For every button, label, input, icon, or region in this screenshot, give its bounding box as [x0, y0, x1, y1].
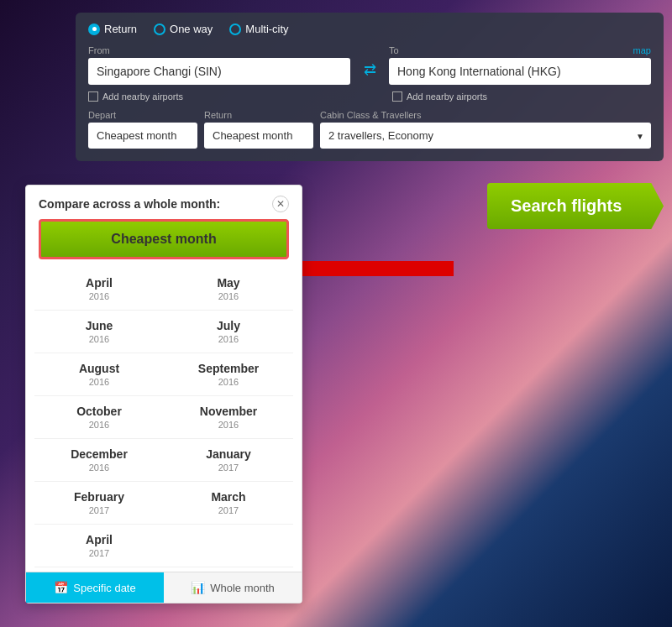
month-year: 2017: [168, 462, 289, 473]
month-name: June: [39, 319, 160, 332]
return-input[interactable]: Cheapest month: [204, 123, 313, 149]
tab-whole-month-label: Whole month: [210, 582, 275, 594]
list-item[interactable]: September 2016: [164, 353, 293, 396]
radio-return-label: Return: [104, 23, 137, 35]
to-label: To: [389, 45, 399, 55]
month-year: 2016: [168, 377, 289, 387]
radio-multicity[interactable]: Multi-city: [229, 23, 288, 35]
from-nearby-checkbox[interactable]: [88, 91, 98, 102]
return-label: Return: [204, 110, 313, 120]
depart-label: Depart: [88, 110, 197, 120]
month-name: July: [168, 319, 289, 332]
calendar-icon: 📅: [54, 581, 68, 594]
list-item[interactable]: May 2016: [164, 268, 293, 311]
checkbox-row: Add nearby airports Add nearby airports: [88, 91, 651, 102]
month-name: January: [168, 447, 289, 461]
list-item[interactable]: October 2016: [34, 396, 164, 439]
red-arrow-indicator: [277, 243, 462, 294]
month-year: 2016: [168, 291, 289, 301]
radio-oneway[interactable]: One way: [154, 23, 213, 35]
month-year: 2016: [168, 334, 289, 344]
month-name: February: [39, 490, 160, 504]
list-item[interactable]: July 2016: [164, 311, 293, 353]
radio-return[interactable]: Return: [88, 23, 137, 35]
list-item[interactable]: December 2016: [34, 439, 164, 482]
from-field-group: From: [88, 45, 350, 85]
month-year: 2017: [39, 548, 160, 558]
from-label: From: [88, 45, 350, 55]
cabin-select-wrap: 2 travellers, Economy: [320, 123, 651, 149]
list-item[interactable]: February 2017: [34, 482, 164, 525]
cabin-select[interactable]: 2 travellers, Economy: [320, 123, 651, 149]
cabin-label: Cabin Class & Travellers: [320, 110, 651, 120]
cabin-group: Cabin Class & Travellers 2 travellers, E…: [320, 110, 651, 149]
month-year: 2016: [39, 377, 160, 387]
map-link[interactable]: map: [633, 45, 651, 55]
from-nearby-group: Add nearby airports: [88, 91, 347, 102]
month-picker-popup: Compare across a whole month: ✕ Cheapest…: [25, 185, 302, 603]
month-name: March: [168, 490, 289, 504]
month-name: December: [39, 447, 160, 461]
to-nearby-checkbox[interactable]: [392, 91, 402, 102]
month-name: October: [39, 405, 160, 418]
month-name: September: [168, 362, 289, 375]
popup-header: Compare across a whole month: ✕: [26, 185, 302, 219]
to-field-group: To map: [389, 45, 651, 85]
month-name: August: [39, 362, 160, 375]
month-year: 2016: [39, 334, 160, 344]
cheapest-month-button[interactable]: Cheapest month: [39, 219, 289, 259]
chart-icon: 📊: [191, 581, 205, 594]
month-name: April: [39, 533, 160, 546]
to-input[interactable]: [389, 58, 651, 85]
list-item[interactable]: June 2016: [34, 311, 164, 353]
tab-specific-date-label: Specific date: [73, 582, 135, 594]
swap-button[interactable]: ⇄: [357, 55, 382, 85]
months-grid: April 2016 May 2016 June 2016 July 2016 …: [26, 268, 302, 567]
from-nearby-label: Add nearby airports: [102, 91, 183, 102]
month-name: November: [168, 405, 289, 418]
month-year: 2016: [168, 420, 289, 430]
search-flights-button[interactable]: Search flights: [487, 183, 664, 229]
popup-title: Compare across a whole month:: [39, 197, 220, 211]
month-year: 2017: [39, 505, 160, 515]
to-nearby-label: Add nearby airports: [407, 91, 487, 102]
close-popup-button[interactable]: ✕: [272, 196, 289, 212]
radio-multicity-label: Multi-city: [245, 23, 288, 35]
popup-footer: 📅 Specific date 📊 Whole month: [26, 572, 302, 603]
list-item[interactable]: March 2017: [164, 482, 293, 525]
tab-specific-date[interactable]: 📅 Specific date: [26, 572, 164, 603]
list-item[interactable]: January 2017: [164, 439, 293, 482]
month-year: 2016: [39, 462, 160, 473]
month-year: 2016: [39, 291, 160, 301]
depart-input[interactable]: Cheapest month: [88, 123, 197, 149]
trip-type-selector: Return One way Multi-city: [88, 23, 651, 35]
radio-return-circle: [88, 24, 100, 35]
radio-oneway-label: One way: [170, 23, 213, 35]
tab-whole-month[interactable]: 📊 Whole month: [164, 572, 302, 603]
radio-multicity-circle: [229, 24, 241, 35]
list-item[interactable]: April 2016: [34, 268, 164, 311]
month-year: 2016: [39, 420, 160, 430]
month-year: 2017: [168, 505, 289, 515]
list-item[interactable]: April 2017: [34, 525, 164, 567]
radio-oneway-circle: [154, 24, 165, 35]
from-to-row: From ⇄ To map: [88, 45, 651, 85]
return-group: Return Cheapest month: [204, 110, 313, 149]
list-item-empty: [164, 525, 293, 567]
list-item[interactable]: August 2016: [34, 353, 164, 396]
depart-group: Depart Cheapest month: [88, 110, 197, 149]
month-name: May: [168, 276, 289, 290]
month-name: April: [39, 276, 160, 290]
options-row: Depart Cheapest month Return Cheapest mo…: [88, 110, 651, 149]
to-nearby-group: Add nearby airports: [392, 91, 651, 102]
search-bar: Return One way Multi-city From ⇄ To map: [76, 13, 664, 161]
from-input[interactable]: [88, 58, 350, 85]
list-item[interactable]: November 2016: [164, 396, 293, 439]
